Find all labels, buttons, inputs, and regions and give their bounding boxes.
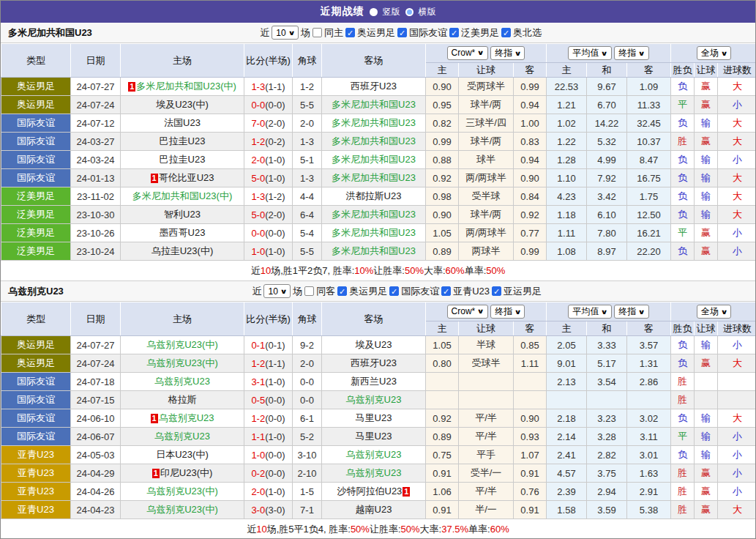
home-team: 乌兹别克U23(中): [121, 483, 244, 501]
average-select[interactable]: 平均值∨: [568, 46, 611, 60]
league-checkbox-3[interactable]: ✓: [492, 286, 501, 296]
sub-col-header-3: 主: [547, 321, 587, 336]
result-handicap: 赢: [695, 354, 718, 373]
col-header-4: 角球: [293, 44, 322, 78]
league-checkbox-1[interactable]: ✓: [397, 28, 407, 37]
handicap-line: 受两球半: [459, 78, 514, 96]
league-checkbox-0[interactable]: ✓: [345, 28, 355, 37]
handicap-home-odds: 0.90: [426, 206, 459, 224]
match-count-select[interactable]: 10∨: [263, 284, 291, 298]
handicap-home-odds: 0.99: [426, 133, 459, 151]
avg-away-odds: 1.31: [627, 354, 671, 373]
sub-col-header-4: 和: [587, 63, 627, 78]
handicap-line: 受半球: [459, 187, 514, 206]
avg-draw-odds: 3.75: [587, 464, 627, 483]
final-index-select-1[interactable]: 终指∨: [490, 305, 525, 319]
col-header-2: 主场: [121, 302, 244, 336]
match-filters: 近10∨场同主✓奥运男足✓国际友谊✓泛美男足✓奥北选: [260, 26, 542, 40]
handicap-line: 受半/一: [459, 464, 514, 483]
league-checkbox-2[interactable]: ✓: [441, 286, 451, 296]
avg-draw-odds: 5.17: [587, 354, 627, 373]
bookmaker-select[interactable]: Crow*∨: [447, 305, 488, 319]
result-goals: 小: [718, 242, 756, 261]
average-select[interactable]: 平均值∨: [568, 305, 611, 319]
match-count-select-value: 10: [276, 28, 285, 38]
result-win-draw-loss: 负: [671, 206, 695, 224]
average-odds-group: 平均值∨ 终指∨: [547, 44, 671, 63]
away-team-name: 多米尼加共和国U23: [332, 227, 416, 238]
chevron-down-icon: ∨: [638, 308, 645, 316]
summary-segment: 单率:: [468, 523, 490, 536]
full-time-score: 1-1: [251, 431, 265, 442]
score: 3-0(3-0): [244, 501, 293, 519]
bookmaker-select[interactable]: Crow*∨: [447, 46, 488, 60]
handicap-home-odds: 0.91: [426, 501, 459, 519]
match-type-badge: 泛美男足: [1, 242, 71, 261]
summary-segment: 场,胜1平2负7, 胜率:: [271, 264, 354, 278]
result-goals: 大: [718, 133, 756, 151]
league-checkbox-0[interactable]: ✓: [337, 286, 347, 296]
result-handicap: 赢: [695, 224, 718, 242]
home-team-name: 巴拉圭U23: [160, 154, 206, 165]
handicap-away-odds: 0.93: [514, 428, 547, 446]
match-row: 奥运男足24-07-271多米尼加共和国U23(中)1-3(1-1)1-2西班牙…: [1, 78, 756, 96]
handicap-home-odds: [426, 391, 459, 409]
away-team: 西班牙U23: [322, 354, 426, 373]
sub-col-header-8: 进球数: [718, 321, 756, 336]
match-date: 24-07-27: [71, 336, 121, 354]
final-index-select-2[interactable]: 终指∨: [614, 46, 648, 60]
team-name: 乌兹别克U23: [1, 285, 64, 298]
full-time-score: 1-2: [251, 413, 265, 424]
half-time-score: (1-0): [265, 173, 285, 184]
home-team: 法国U23: [121, 114, 244, 133]
same-venue-checkbox[interactable]: [312, 28, 322, 37]
scope-select[interactable]: 全场∨: [697, 46, 731, 60]
final-index-select-1-value: 终指: [495, 47, 512, 59]
col-header-1: 日期: [71, 302, 121, 336]
league-label-2: 泛美男足: [461, 26, 499, 40]
vertical-layout-radio[interactable]: [370, 8, 378, 16]
avg-draw-odds: 3.28: [587, 428, 627, 446]
match-type-badge: 国际友谊: [1, 373, 71, 391]
red-card-badge: 1: [152, 469, 160, 478]
full-time-score: 0-0: [251, 228, 265, 239]
match-row: 泛美男足23-10-30智利U235-0(2-0)6-4多米尼加共和国U230.…: [1, 206, 756, 224]
league-checkbox-1[interactable]: ✓: [389, 286, 399, 296]
home-team: 日本U23(中): [121, 446, 244, 464]
match-count-select[interactable]: 10∨: [272, 26, 299, 40]
avg-home-odds: 1.02: [547, 114, 587, 133]
horizontal-layout-radio[interactable]: [405, 8, 413, 16]
match-row: 国际友谊24-06-07乌兹别克U231-1(1-0)5-2马里U230.89平…: [1, 428, 756, 446]
handicap-away-odds: 0.99: [514, 242, 547, 261]
league-checkbox-2[interactable]: ✓: [449, 28, 459, 37]
handicap-home-odds: 0.92: [426, 409, 459, 428]
away-team-name: 西班牙U23: [351, 81, 397, 92]
league-label-0: 奥运男足: [357, 26, 395, 40]
home-team: 乌兹别克U23: [121, 373, 244, 391]
corner-score: 2-0: [293, 354, 322, 373]
avg-away-odds: 3.02: [627, 409, 671, 428]
handicap-line: 受球半: [459, 354, 514, 373]
handicap-away-odds: 0.91: [514, 464, 547, 483]
same-venue-checkbox[interactable]: [304, 286, 314, 296]
corner-score: 5-5: [293, 96, 322, 114]
average-odds-group: 平均值∨ 终指∨: [547, 302, 671, 321]
match-type-badge: 国际友谊: [1, 114, 71, 133]
handicap-home-odds: 0.75: [426, 446, 459, 464]
home-team-name: 乌兹别克U23(中): [146, 339, 218, 350]
final-index-select-1[interactable]: 终指∨: [490, 46, 525, 60]
full-time-score: 0-0: [251, 100, 265, 111]
scope-select[interactable]: 全场∨: [697, 305, 731, 319]
match-row: 亚青U2324-05-03日本U23(中)1-0(0-0)3-10乌兹别克U23…: [1, 446, 756, 464]
handicap-line: 球半: [459, 151, 514, 169]
half-time-score: (1-0): [265, 155, 285, 166]
avg-draw-odds: 8.97: [587, 242, 627, 261]
result-goals: 小: [718, 428, 756, 446]
red-card-badge: 1: [151, 414, 158, 423]
match-row: 泛美男足23-11-02多米尼加共和国U23(中)1-3(1-2)4-4洪都拉斯…: [1, 187, 756, 206]
summary-segment: 单率:: [465, 264, 487, 278]
final-index-select-2[interactable]: 终指∨: [614, 305, 648, 319]
avg-draw-odds: 2.94: [587, 483, 627, 501]
avg-draw-odds: 3.54: [587, 373, 627, 391]
league-checkbox-3[interactable]: ✓: [501, 28, 511, 37]
